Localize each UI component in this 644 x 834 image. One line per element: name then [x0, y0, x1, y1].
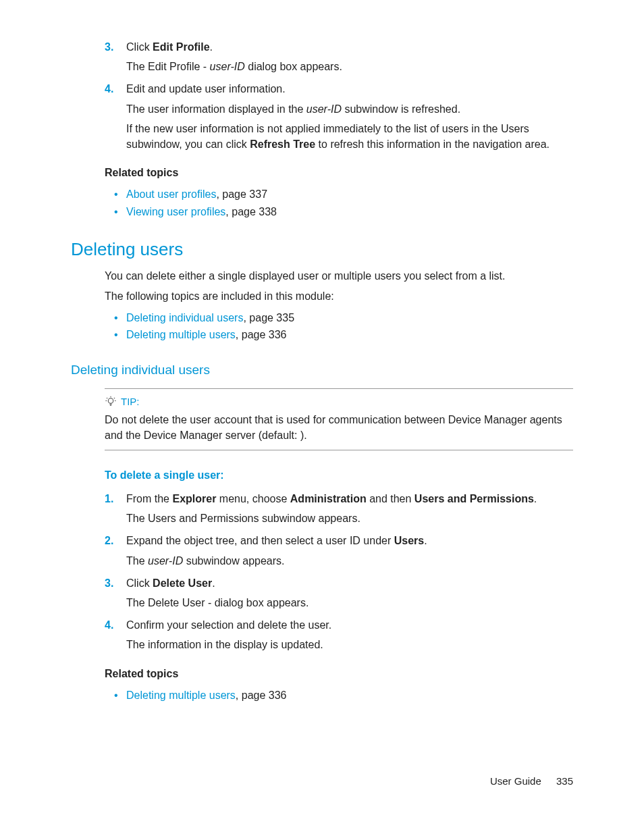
procedure-heading: To delete a single user: — [105, 469, 573, 481]
step-sub: The user-ID subwindow appears. — [126, 553, 573, 569]
link-deleting-multiple-users[interactable]: Deleting multiple users — [126, 689, 236, 701]
list-item: Deleting multiple users, page 336 — [107, 687, 573, 704]
deleting-intro-block: You can delete either a single displayed… — [105, 268, 573, 344]
lightbulb-icon — [105, 396, 117, 408]
step-sub: The Delete User - dialog box appears. — [126, 595, 573, 610]
list-item: 4. Edit and update user information. The… — [105, 81, 573, 152]
tip-header: TIP: — [105, 394, 573, 409]
tip-label: TIP: — [121, 394, 140, 409]
subsection-heading-deleting-individual-users: Deleting individual users — [71, 363, 573, 377]
svg-line-4 — [107, 398, 107, 398]
paragraph: The following topics are included in thi… — [105, 288, 573, 304]
step-number: 1. — [105, 491, 121, 506]
step-sub: The Edit Profile - user-ID dialog box ap… — [126, 59, 573, 74]
list-item: Deleting multiple users, page 336 — [107, 326, 573, 344]
page: 3. Click Edit Profile. The Edit Profile … — [0, 0, 644, 834]
step-number: 4. — [105, 617, 121, 633]
page-footer: User Guide 335 — [490, 775, 573, 787]
related-topics-heading: Related topics — [105, 668, 573, 680]
tip-body: Do not delete the user account that is u… — [105, 412, 573, 443]
step-number: 4. — [105, 81, 121, 97]
list-item: Deleting individual users, page 335 — [107, 309, 573, 327]
link-viewing-user-profiles[interactable]: Viewing user profiles — [126, 206, 225, 217]
procedure-block: To delete a single user: 1. From the Exp… — [105, 469, 573, 704]
step-number: 2. — [105, 533, 121, 548]
link-deleting-individual-users[interactable]: Deleting individual users — [126, 312, 243, 323]
step-text: Click Edit Profile. — [126, 41, 213, 53]
procedure-steps-list: 1. From the Explorer menu, choose Admini… — [105, 491, 573, 653]
step-number: 3. — [105, 39, 121, 55]
page-number: 335 — [556, 775, 573, 787]
step-sub: The information in the display is update… — [126, 637, 573, 652]
module-topics-list: Deleting individual users, page 335 Dele… — [107, 309, 573, 344]
paragraph: You can delete either a single displayed… — [105, 268, 573, 284]
step-sub: The user information displayed in the us… — [126, 101, 573, 117]
related-topics-heading: Related topics — [105, 167, 573, 179]
step-text: Expand the object tree, and then select … — [126, 535, 427, 546]
section-heading-deleting-users: Deleting users — [71, 239, 573, 260]
list-item: 3. Click Edit Profile. The Edit Profile … — [105, 39, 573, 74]
related-topics-list: Deleting multiple users, page 336 — [107, 687, 573, 704]
related-topics-list: About user profiles, page 337 Viewing us… — [107, 186, 573, 220]
svg-point-0 — [108, 398, 113, 404]
list-item: 1. From the Explorer menu, choose Admini… — [105, 491, 573, 526]
list-item: Viewing user profiles, page 338 — [107, 203, 573, 221]
tip-box: TIP: Do not delete the user account that… — [105, 388, 573, 450]
step-text: Click Delete User. — [126, 577, 215, 589]
step-text: Edit and update user information. — [126, 83, 286, 95]
link-about-user-profiles[interactable]: About user profiles — [126, 188, 216, 200]
list-item: 3. Click Delete User. The Delete User - … — [105, 575, 573, 610]
svg-line-5 — [114, 398, 115, 398]
step-sub: If the new user information is not appli… — [126, 121, 573, 152]
step-text: Confirm your selection and delete the us… — [126, 619, 331, 631]
step-number: 3. — [105, 575, 121, 591]
top-steps-block: 3. Click Edit Profile. The Edit Profile … — [105, 39, 573, 220]
step-sub: The Users and Permissions subwindow appe… — [126, 511, 573, 526]
list-item: 4. Confirm your selection and delete the… — [105, 617, 573, 652]
top-steps-list: 3. Click Edit Profile. The Edit Profile … — [105, 39, 573, 152]
link-deleting-multiple-users[interactable]: Deleting multiple users — [126, 329, 236, 340]
list-item: 2. Expand the object tree, and then sele… — [105, 533, 573, 568]
list-item: About user profiles, page 337 — [107, 186, 573, 203]
step-text: From the Explorer menu, choose Administr… — [126, 493, 537, 504]
footer-label: User Guide — [490, 775, 541, 787]
